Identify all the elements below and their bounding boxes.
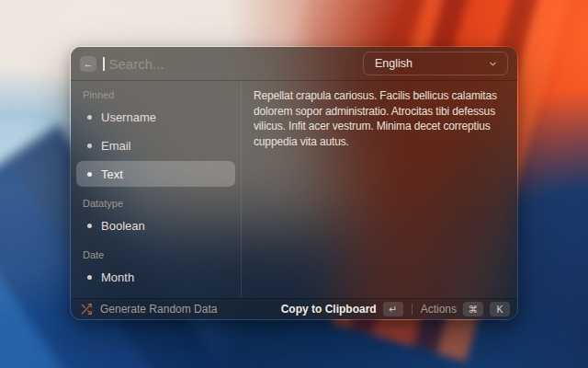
language-dropdown[interactable]: English: [363, 52, 508, 75]
detail-pane: Repellat crapula cariosus. Facilis belli…: [242, 81, 517, 298]
generate-random-data-button[interactable]: Generate Random Data: [100, 303, 217, 316]
bullet-icon: [87, 275, 92, 280]
sidebar-item-email[interactable]: Email: [76, 132, 235, 158]
window-body: Pinned Username Email Text Datatype: [71, 81, 517, 298]
bullet-icon: [87, 144, 92, 148]
footer-divider: [412, 304, 413, 315]
language-dropdown-value: English: [375, 57, 413, 70]
footer-actions: Copy to Clipboard ↵ Actions ⌘ K: [281, 302, 510, 316]
sidebar: Pinned Username Email Text Datatype: [71, 81, 242, 298]
text-caret: [103, 57, 105, 71]
sidebar-item-label: Boolean: [101, 219, 145, 233]
return-key-badge: ↵: [383, 302, 403, 316]
bullet-icon: [87, 172, 92, 177]
action-bar: Generate Random Data Copy to Clipboard ↵…: [71, 298, 517, 319]
sidebar-item-text[interactable]: Text: [76, 161, 235, 187]
bullet-icon: [87, 115, 92, 120]
sidebar-item-label: Text: [101, 167, 123, 181]
sidebar-item-boolean[interactable]: Boolean: [76, 213, 235, 238]
sidebar-section-label-pinned: Pinned: [76, 89, 235, 101]
back-arrow-icon: ←: [84, 58, 94, 69]
sidebar-item-username[interactable]: Username: [76, 104, 235, 130]
chevron-down-icon: [488, 59, 498, 69]
sidebar-item-label: Username: [101, 110, 156, 124]
shuffle-icon: [80, 303, 93, 316]
search-header: ← English: [71, 47, 517, 81]
launcher-window: ← English Pinned Username: [70, 46, 518, 320]
sidebar-section-label-datatype: Datatype: [76, 198, 235, 210]
bullet-icon: [87, 224, 92, 228]
actions-button[interactable]: Actions: [421, 303, 457, 316]
k-key-badge: K: [490, 302, 510, 316]
sidebar-item-label: Email: [101, 139, 131, 153]
generated-text: Repellat crapula cariosus. Facilis belli…: [254, 88, 510, 149]
sidebar-item-label: Month: [101, 270, 134, 284]
copy-to-clipboard-button[interactable]: Copy to Clipboard: [281, 303, 377, 316]
desktop: ← English Pinned Username: [0, 0, 588, 368]
search-input[interactable]: [107, 55, 364, 73]
sidebar-item-month[interactable]: Month: [76, 264, 235, 290]
back-button[interactable]: ←: [80, 56, 96, 72]
command-key-badge: ⌘: [463, 302, 483, 316]
window-content: ← English Pinned Username: [71, 47, 517, 319]
sidebar-section-label-date: Date: [76, 249, 235, 261]
